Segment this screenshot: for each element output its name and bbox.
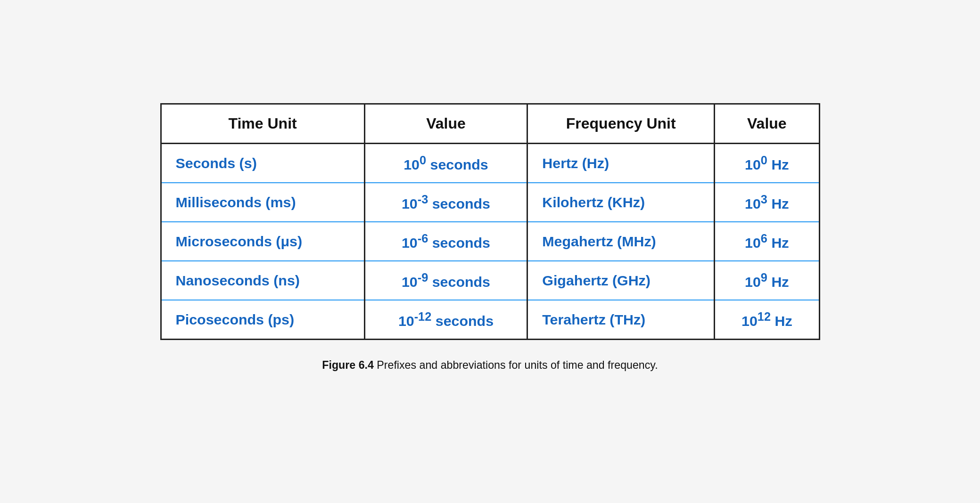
freq-value-cell: 103 Hz [715,183,819,222]
main-container: Time Unit Value Frequency Unit Value Sec… [160,103,820,372]
freq-value-cell: 1012 Hz [715,300,819,340]
freq-value-cell: 109 Hz [715,261,819,300]
col-header-freq-unit: Frequency Unit [527,104,715,143]
freq-value-cell: 106 Hz [715,222,819,261]
freq-unit-cell: Kilohertz (KHz) [527,183,715,222]
freq-unit-cell: Terahertz (THz) [527,300,715,340]
freq-unit-cell: Hertz (Hz) [527,143,715,183]
header-row: Time Unit Value Frequency Unit Value [161,104,819,143]
table-row: Picoseconds (ps)10-12 secondsTerahertz (… [161,300,819,340]
freq-unit-cell: Megahertz (MHz) [527,222,715,261]
freq-unit-cell: Gigahertz (GHz) [527,261,715,300]
units-table: Time Unit Value Frequency Unit Value Sec… [160,103,820,341]
col-header-value-1: Value [364,104,527,143]
table-row: Microseconds (μs)10-6 secondsMegahertz (… [161,222,819,261]
table-row: Nanoseconds (ns)10-9 secondsGigahertz (G… [161,261,819,300]
col-header-time-unit: Time Unit [161,104,364,143]
freq-value-cell: 100 Hz [715,143,819,183]
caption-bold: Figure 6.4 [322,359,374,371]
time-value-cell: 10-9 seconds [364,261,527,300]
figure-caption: Figure 6.4 Prefixes and abbreviations fo… [160,359,820,372]
col-header-value-2: Value [715,104,819,143]
table-row: Seconds (s)100 secondsHertz (Hz)100 Hz [161,143,819,183]
caption-rest: Prefixes and abbreviations for units of … [374,359,658,371]
table-row: Milliseconds (ms)10-3 secondsKilohertz (… [161,183,819,222]
time-unit-cell: Picoseconds (ps) [161,300,364,340]
time-unit-cell: Milliseconds (ms) [161,183,364,222]
time-value-cell: 100 seconds [364,143,527,183]
time-unit-cell: Seconds (s) [161,143,364,183]
time-value-cell: 10-3 seconds [364,183,527,222]
time-value-cell: 10-12 seconds [364,300,527,340]
time-value-cell: 10-6 seconds [364,222,527,261]
time-unit-cell: Microseconds (μs) [161,222,364,261]
time-unit-cell: Nanoseconds (ns) [161,261,364,300]
